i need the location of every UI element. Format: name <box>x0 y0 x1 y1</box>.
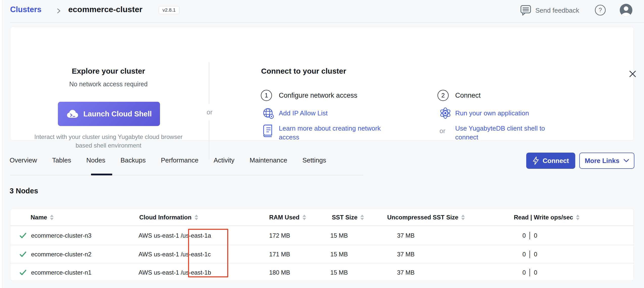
ops-divider <box>530 251 530 258</box>
help-button[interactable]: ? <box>594 4 606 17</box>
node-zone: us-east-1a <box>182 232 211 239</box>
step-2-label: Connect <box>455 92 481 99</box>
node-name: ecommerce-cluster-n2 <box>31 245 91 263</box>
svg-text:?: ? <box>599 7 602 13</box>
node-cloud-info: AWS us-east-1 / us-east-1b <box>139 263 211 282</box>
node-ram-used: 172 MB <box>269 227 290 245</box>
launch-cloud-shell-label: Launch Cloud Shell <box>83 110 152 118</box>
tab-overview[interactable]: Overview <box>10 156 37 164</box>
tab-performance[interactable]: Performance <box>161 156 198 164</box>
explore-caption: Interact with your cluster using Yugabyt… <box>33 133 184 150</box>
active-tab-indicator <box>91 174 112 175</box>
learn-network-access-link[interactable]: Learn more about creating network access <box>279 124 398 142</box>
column-header-sst-size[interactable]: SST Size <box>332 209 364 226</box>
ops-divider <box>530 269 530 276</box>
step-2-badge: 2 <box>438 90 449 101</box>
table-row: ecommerce-cluster-n2 AWS us-east-1 / us-… <box>10 245 634 263</box>
node-sst-size: 15 MB <box>330 227 348 245</box>
node-ram-used: 180 MB <box>269 263 290 282</box>
cloud-shell-icon <box>66 109 79 118</box>
node-zone: us-east-1c <box>182 251 211 258</box>
step-1-badge: 1 <box>261 90 272 101</box>
column-header-uncompressed-sst-size[interactable]: Uncompressed SST Size <box>387 209 465 226</box>
connect-button[interactable]: Connect <box>526 153 575 169</box>
step-1-label: Configure network access <box>279 92 357 99</box>
sort-icon <box>195 215 198 220</box>
column-header-read-write-ops[interactable]: Read | Write ops/sec <box>514 209 580 226</box>
tab-maintenance[interactable]: Maintenance <box>250 156 287 164</box>
healthy-check-icon <box>19 263 27 282</box>
node-zone: us-east-1b <box>182 269 211 276</box>
send-feedback-label: Send feedback <box>535 7 579 14</box>
healthy-check-icon <box>19 227 27 245</box>
collapsed-sidebar-edge <box>0 0 2 288</box>
column-header-name[interactable]: Name <box>31 209 54 226</box>
step-2-or-label: or <box>440 127 445 135</box>
client-shell-link[interactable]: Use YugabyteDB client shell to connect <box>455 124 566 142</box>
node-uncompressed-sst-size: 37 MB <box>397 263 415 282</box>
connect-title: Connect to your cluster <box>261 67 346 75</box>
sort-icon <box>303 215 306 220</box>
breadcrumb-clusters-link[interactable]: Clusters <box>10 5 41 14</box>
tab-nodes[interactable]: Nodes <box>86 156 105 164</box>
feedback-bubble-icon <box>520 5 531 16</box>
topbar-divider <box>10 22 644 23</box>
explore-subtitle: No network access required <box>35 80 182 88</box>
more-links-button[interactable]: More Links <box>579 153 634 169</box>
node-read-write-ops: 00 <box>522 227 537 245</box>
node-read-write-ops: 00 <box>522 263 537 282</box>
atom-icon <box>439 107 452 120</box>
tab-backups[interactable]: Backups <box>121 156 146 164</box>
banner-divider-top <box>209 62 209 104</box>
node-sst-size: 15 MB <box>330 245 348 263</box>
explore-title: Explore your cluster <box>35 67 182 75</box>
node-name: ecommerce-cluster-n3 <box>31 227 91 245</box>
dismiss-banner-button[interactable] <box>627 68 638 79</box>
node-name: ecommerce-cluster-n1 <box>31 263 91 282</box>
table-row: ecommerce-cluster-n1 AWS us-east-1 / us-… <box>10 263 634 281</box>
version-badge: v2.8.1 <box>159 6 179 14</box>
node-uncompressed-sst-size: 37 MB <box>397 227 415 245</box>
node-read-write-ops: 00 <box>522 245 537 263</box>
column-header-ram-used[interactable]: RAM Used <box>269 209 306 226</box>
breadcrumb-chevron-icon <box>56 7 62 16</box>
sort-icon <box>360 215 364 220</box>
ops-divider <box>530 232 530 239</box>
node-cloud-info: AWS us-east-1 / us-east-1a <box>139 227 211 245</box>
table-row: ecommerce-cluster-n3 AWS us-east-1 / us-… <box>10 227 634 245</box>
close-icon <box>629 70 637 78</box>
send-feedback-button[interactable]: Send feedback <box>520 5 579 16</box>
node-ram-used: 171 MB <box>269 245 290 263</box>
launch-cloud-shell-button[interactable]: Launch Cloud Shell <box>58 102 160 126</box>
book-icon <box>263 124 274 139</box>
nodes-count-heading: 3 Nodes <box>10 187 38 195</box>
avatar-icon <box>619 4 633 17</box>
add-ip-allow-list-link[interactable]: Add IP Allow List <box>279 109 328 117</box>
nodes-page: Clusters ecommerce-cluster v2.8.1 Send f… <box>0 0 644 288</box>
tab-settings[interactable]: Settings <box>302 156 326 164</box>
more-links-label: More Links <box>585 157 619 165</box>
node-cloud-info: AWS us-east-1 / us-east-1c <box>139 245 211 263</box>
help-icon: ? <box>594 4 606 16</box>
tab-activity[interactable]: Activity <box>214 156 234 164</box>
chevron-down-icon <box>624 159 629 162</box>
table-header-row: Name Cloud Information RAM Used SST Size… <box>10 209 634 226</box>
banner-divider-bottom <box>209 120 209 160</box>
user-avatar[interactable] <box>619 4 633 18</box>
run-application-link[interactable]: Run your own application <box>455 109 529 117</box>
nodes-table: Name Cloud Information RAM Used SST Size… <box>10 209 634 281</box>
tab-tables[interactable]: Tables <box>52 156 71 164</box>
node-sst-size: 15 MB <box>330 263 348 282</box>
sort-icon <box>461 215 465 220</box>
sort-icon <box>50 215 54 220</box>
sort-icon <box>576 215 580 220</box>
page-title: ecommerce-cluster <box>68 5 142 14</box>
healthy-check-icon <box>19 245 27 263</box>
banner-or-label: or <box>204 108 215 116</box>
column-header-cloud-information[interactable]: Cloud Information <box>139 209 198 226</box>
node-uncompressed-sst-size: 37 MB <box>397 245 415 263</box>
connect-button-label: Connect <box>543 157 569 165</box>
cluster-tabs: Overview Tables Nodes Backups Performanc… <box>10 156 326 164</box>
globe-gear-icon <box>262 107 275 121</box>
get-started-banner: Explore your cluster No network access r… <box>10 27 634 140</box>
